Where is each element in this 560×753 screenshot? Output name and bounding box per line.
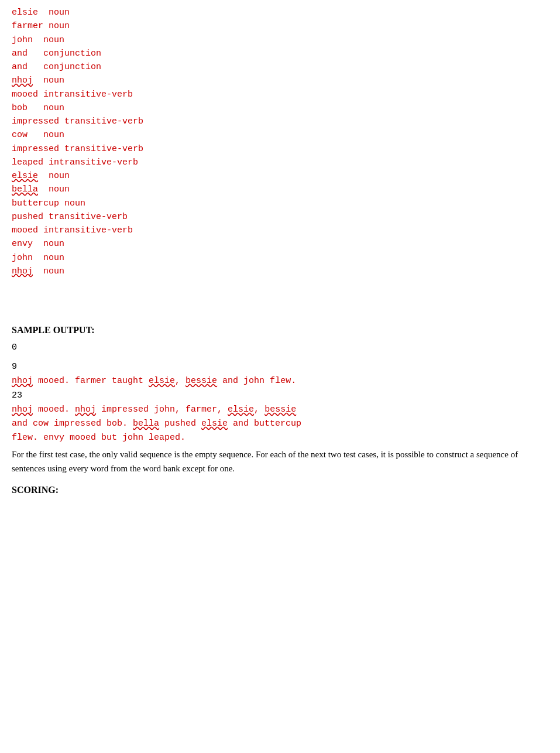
code-line-1: elsie noun [12, 6, 548, 19]
sample-output-title: SAMPLE OUTPUT: [12, 325, 548, 336]
leaped-text: leaped [149, 433, 180, 443]
code-line-14: bella noun [12, 183, 548, 196]
gap-2 [12, 290, 548, 302]
output-line-3: nhoj mooed. nhoj impressed john, farmer,… [12, 403, 548, 445]
output-section: 0 9 nhoj mooed. farmer taught elsie, bes… [12, 343, 548, 475]
code-line-5: and conjunction [12, 60, 548, 74]
gap-3 [12, 355, 548, 360]
output-number-2: 9 [12, 362, 548, 372]
code-line-16: pushed transitive-verb [12, 210, 548, 224]
code-line-2: farmer noun [12, 19, 548, 33]
code-line-13: elsie noun [12, 169, 548, 183]
explanation-text: For the first test case, the only valid … [12, 447, 548, 475]
code-line-8: bob noun [12, 101, 548, 115]
code-line-3: john noun [12, 33, 548, 47]
code-line-11: impressed transitive-verb [12, 142, 548, 156]
scoring-title: SCORING: [12, 485, 548, 495]
code-line-9: impressed transitive-verb [12, 115, 548, 128]
output-line-2: nhoj mooed. farmer taught elsie, bessie … [12, 374, 548, 388]
code-line-6: nhoj noun [12, 74, 548, 87]
output-number-1: 0 [12, 343, 548, 352]
code-line-7: mooed intransitive-verb [12, 88, 548, 101]
code-line-4: and conjunction [12, 47, 548, 60]
code-line-10: cow noun [12, 128, 548, 142]
output-number-3: 23 [12, 391, 548, 401]
code-block: elsie noun farmer noun john noun and con… [12, 6, 548, 278]
code-line-18: envy noun [12, 237, 548, 251]
code-line-12: leaped intransitive-verb [12, 156, 548, 169]
gap-1 [12, 278, 548, 290]
code-line-15: buttercup noun [12, 197, 548, 210]
code-line-19: john noun [12, 251, 548, 265]
code-line-20: nhoj noun [12, 265, 548, 278]
code-line-17: mooed intransitive-verb [12, 224, 548, 237]
